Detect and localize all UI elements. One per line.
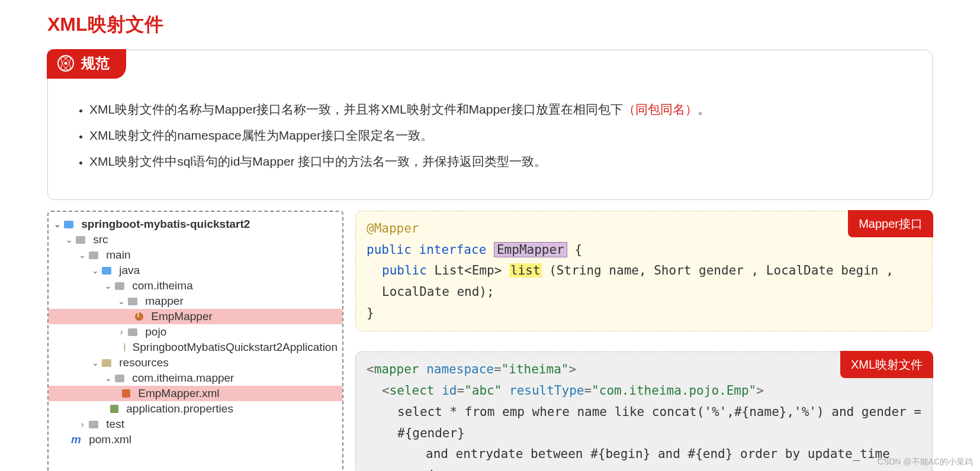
- folder-icon: [115, 282, 124, 290]
- xml-attr-value: "com.itheima.pojo.Emp": [592, 383, 756, 398]
- tree-label: EmpMapper: [151, 310, 213, 323]
- panel-tag: XML映射文件: [840, 351, 933, 378]
- xml-tag: select: [390, 383, 435, 398]
- folder-icon: [102, 267, 111, 275]
- xml-angle: <: [382, 383, 390, 398]
- rules-box: 规范 XML映射文件的名称与Mapper接口名称一致，并且将XML映射文件和Ma…: [47, 50, 933, 200]
- annotation: @Mapper: [367, 221, 419, 236]
- folder-icon: [89, 421, 98, 428]
- rule-text: XML映射文件的名称与Mapper接口名称一致，并且将XML映射文件和Mappe…: [89, 102, 623, 116]
- tree-label: com.itheima: [132, 279, 192, 292]
- return-type: List<Emp>: [435, 263, 502, 278]
- tree-props[interactable]: application.properties: [49, 401, 342, 417]
- tree-src[interactable]: ⌄ src: [49, 232, 342, 247]
- rule-item: XML映射文件的名称与Mapper接口名称一致，并且将XML映射文件和Mappe…: [89, 101, 914, 118]
- brace: {: [574, 243, 582, 257]
- xml-icon: [122, 389, 130, 398]
- xml-angle: >: [756, 383, 764, 398]
- atom-icon: [57, 55, 74, 72]
- method-name-highlight: list: [509, 263, 542, 278]
- watermark: CSDN @不能AC的小菜鸡: [878, 457, 973, 467]
- tree-label: com.itheima.mapper: [132, 372, 234, 385]
- interface-icon: [135, 312, 143, 321]
- sql-text: select * from emp where name like concat…: [367, 402, 921, 444]
- mapper-interface-panel: Mapper接口 @Mapper public interface EmpMap…: [355, 211, 933, 331]
- folder-icon: [115, 375, 124, 382]
- keyword-public: public: [367, 243, 412, 257]
- tree-main[interactable]: ⌄ main: [49, 247, 342, 263]
- tree-label: mapper: [145, 295, 183, 308]
- tree-mapper-pkg[interactable]: ⌄ mapper: [49, 293, 342, 309]
- rule-text-post: 。: [698, 102, 710, 116]
- tree-res-pkg[interactable]: ⌄ com.itheima.mapper: [49, 370, 342, 386]
- tree-pojo[interactable]: › pojo: [49, 324, 342, 340]
- tree-pom[interactable]: m pom.xml: [49, 432, 342, 447]
- rule-text: XML映射文件中sql语句的id与Mapper 接口中的方法名一致，并保持返回类…: [89, 154, 547, 168]
- tree-label: main: [106, 249, 130, 262]
- folder-icon: [128, 328, 137, 336]
- folder-icon: [102, 359, 111, 367]
- tree-empmapper-xml[interactable]: EmpMapper.xml: [49, 386, 342, 401]
- sql-text: and entrydate between #{begin} and #{end…: [367, 444, 921, 471]
- xml-tag: mapper: [374, 362, 419, 376]
- tree-test[interactable]: › test: [49, 417, 342, 432]
- tree-app-class[interactable]: SpringbootMybatisQuickstart2Application: [49, 340, 342, 355]
- project-tree: ⌄ springboot-mybatis-quickstart2 ⌄ src ⌄…: [47, 211, 343, 471]
- rules-list: XML映射文件的名称与Mapper接口名称一致，并且将XML映射文件和Mappe…: [66, 74, 914, 170]
- xml-attr: namespace: [426, 362, 494, 376]
- tree-label: EmpMapper.xml: [138, 387, 219, 400]
- tree-package[interactable]: ⌄ com.itheima: [49, 278, 342, 293]
- tree-label: application.properties: [126, 402, 233, 415]
- tree-resources[interactable]: ⌄ resources: [49, 355, 342, 370]
- tree-label: src: [93, 233, 108, 246]
- xml-angle: >: [568, 362, 576, 376]
- page-title: XML映射文件: [47, 12, 933, 38]
- rule-item: XML映射文件的namespace属性为Mapper接口全限定名一致。: [89, 127, 914, 144]
- tree-java[interactable]: ⌄ java: [49, 263, 342, 278]
- tree-label: test: [106, 418, 124, 431]
- xml-attr: id: [442, 383, 457, 398]
- keyword-interface: interface: [419, 243, 487, 257]
- brace: }: [367, 306, 374, 320]
- rule-highlight: （同包同名）: [623, 102, 698, 116]
- properties-icon: [110, 405, 118, 413]
- folder-icon: [89, 251, 98, 259]
- xml-attr: resultType: [509, 383, 584, 398]
- xml-attr-value: "itheima": [502, 362, 569, 376]
- xml-angle: <: [367, 362, 374, 376]
- panel-tag: Mapper接口: [848, 210, 933, 237]
- rule-item: XML映射文件中sql语句的id与Mapper 接口中的方法名一致，并保持返回类…: [89, 153, 914, 170]
- folder-icon: [76, 236, 85, 244]
- tree-empmapper[interactable]: EmpMapper: [49, 309, 342, 324]
- tree-root[interactable]: ⌄ springboot-mybatis-quickstart2: [49, 217, 342, 232]
- rule-text: XML映射文件的namespace属性为Mapper接口全限定名一致。: [89, 128, 433, 142]
- class-name-highlight: EmpMapper: [494, 242, 567, 257]
- badge-label: 规范: [81, 54, 110, 73]
- tree-label: resources: [119, 356, 168, 369]
- xml-mapper-panel: XML映射文件 <mapper namespace="itheima"> <se…: [355, 351, 933, 471]
- xml-attr-value: "abc": [464, 383, 502, 398]
- folder-icon: [64, 221, 73, 228]
- tree-label: pom.xml: [89, 433, 131, 446]
- tree-label: springboot-mybatis-quickstart2: [81, 218, 250, 231]
- tree-label: SpringbootMybatisQuickstart2Application: [133, 341, 338, 354]
- keyword-public: public: [382, 263, 427, 278]
- pom-icon: m: [71, 433, 81, 446]
- tree-label: pojo: [145, 325, 166, 338]
- folder-icon: [128, 298, 137, 305]
- rules-badge: 规范: [47, 49, 126, 79]
- tree-label: java: [119, 264, 140, 277]
